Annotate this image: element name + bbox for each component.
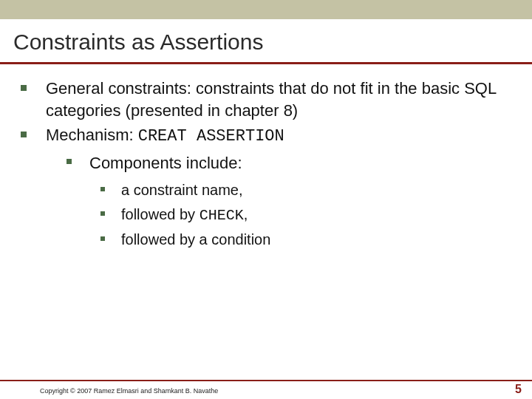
bullet-text: followed by a condition — [121, 230, 270, 250]
bullet-code: CHECK — [200, 207, 244, 224]
bullet-suffix: , — [244, 206, 248, 222]
bullet-prefix: followed by — [121, 206, 200, 222]
square-bullet-icon — [21, 132, 27, 137]
page-number: 5 — [515, 383, 522, 396]
slide-content: General constraints: constraints that do… — [0, 64, 532, 250]
bullet-lvl3: followed by a condition — [100, 230, 511, 250]
bullet-lvl3: a constraint name, — [100, 180, 511, 200]
square-bullet-icon — [100, 211, 105, 216]
square-bullet-icon — [100, 187, 105, 191]
top-color-band — [0, 0, 532, 19]
bullet-lvl1: Mechanism: CREAT ASSERTION — [21, 124, 511, 148]
footer: Copyright © 2007 Ramez Elmasri and Shamk… — [0, 380, 532, 399]
title-block: Constraints as Assertions — [0, 19, 532, 64]
bullet-lvl2: Components include: — [66, 152, 511, 174]
bullet-text: a constraint name, — [121, 180, 243, 200]
bullet-text: Components include: — [89, 152, 242, 174]
bullet-text: Mechanism: CREAT ASSERTION — [46, 124, 284, 148]
lvl3-list: a constraint name, followed by CHECK, fo… — [21, 180, 511, 250]
lvl2-list: Components include: — [21, 152, 511, 174]
bullet-text: General constraints: constraints that do… — [46, 78, 511, 121]
bullet-code: CREAT ASSERTION — [138, 127, 284, 146]
bullet-text: followed by CHECK, — [121, 205, 248, 225]
square-bullet-icon — [66, 159, 72, 164]
square-bullet-icon — [21, 85, 27, 91]
bullet-lvl1: General constraints: constraints that do… — [21, 78, 511, 121]
bullet-lvl3: followed by CHECK, — [100, 205, 511, 225]
slide-title: Constraints as Assertions — [13, 30, 519, 55]
square-bullet-icon — [100, 236, 105, 241]
copyright-text: Copyright © 2007 Ramez Elmasri and Shamk… — [40, 387, 218, 395]
bullet-prefix: Mechanism: — [46, 126, 138, 144]
